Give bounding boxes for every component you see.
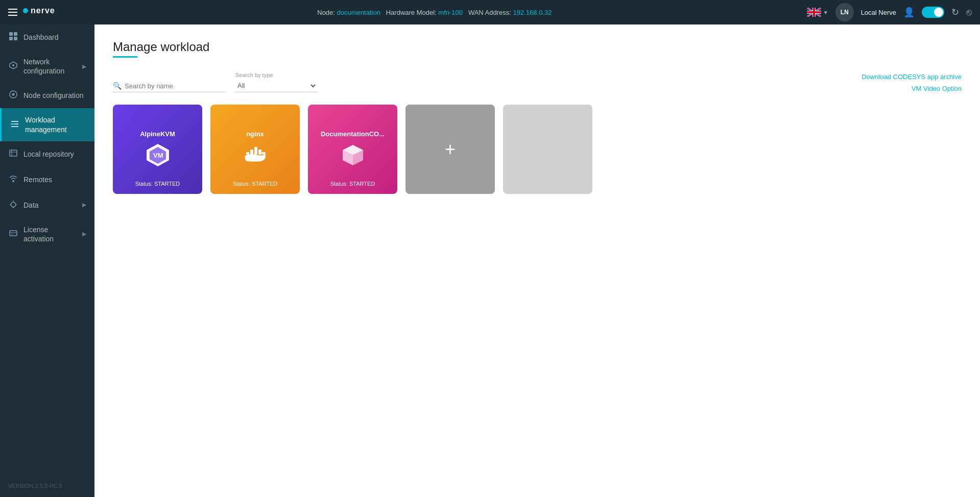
sidebar: Dashboard Network configuration ▶ Node c… [0, 24, 94, 497]
sidebar-item-network-configuration[interactable]: Network configuration ▶ [0, 50, 94, 83]
svg-rect-12 [14, 32, 17, 36]
user-icon[interactable]: 👤 [903, 7, 915, 18]
card-doc-name: DocumentationCO... [317, 130, 389, 138]
data-arrow: ▶ [82, 202, 86, 208]
workload-card-alpine-kvm[interactable]: AlpineKVM VM Status: STARTED [113, 105, 202, 194]
main-content: Manage workload 🔍 Search by type All VM … [94, 24, 980, 497]
docker-icon [242, 142, 269, 168]
svg-rect-37 [254, 147, 257, 150]
node-value[interactable]: documentation [337, 9, 380, 16]
version-label: VERSION 2.5.0-RC.5 [0, 475, 94, 497]
topnav-right: ▼ LN Local Nerve 👤 ↻ ⎋ [807, 3, 972, 21]
local-nerve-label: Local Nerve [861, 9, 896, 16]
svg-point-18 [12, 93, 15, 96]
node-info: Node: documentation Hardware Model: mfn-… [68, 9, 801, 16]
vm-video-link[interactable]: VM Video Option [912, 85, 962, 92]
dashboard-icon [8, 32, 18, 43]
sidebar-item-data[interactable]: Data ▶ [0, 192, 94, 218]
codesys-icon [340, 142, 366, 168]
svg-point-23 [13, 123, 15, 125]
svg-rect-35 [250, 150, 253, 152]
toolbar-right: Download CODESYS app archive VM Video Op… [862, 73, 962, 92]
title-underline [113, 56, 137, 58]
node-label: Node: [317, 9, 335, 16]
sidebar-item-license-activation[interactable]: License activation ▶ [0, 218, 94, 251]
svg-text:VM: VM [153, 152, 163, 159]
sidebar-item-local-repository[interactable]: Local repository [0, 141, 94, 167]
sidebar-item-node-configuration[interactable]: Node configuration [0, 83, 94, 108]
node-configuration-label: Node configuration [23, 91, 86, 100]
card-nginx-name: nginx [242, 130, 268, 138]
remotes-label: Remotes [23, 175, 86, 184]
svg-rect-34 [246, 152, 249, 155]
nerve-logo: nerve [21, 5, 62, 20]
hardware-label: Hardware Model: [386, 9, 437, 16]
svg-rect-24 [10, 150, 17, 156]
type-label: Search by type [235, 72, 317, 78]
mode-toggle[interactable] [922, 7, 944, 18]
svg-point-43 [261, 152, 264, 154]
page-title: Manage workload [113, 40, 962, 54]
svg-point-27 [12, 180, 14, 182]
toolbar: 🔍 Search by type All VM Docker CODESYS D… [113, 72, 962, 92]
workload-card-documentation[interactable]: DocumentationCO... Status: STARTED [308, 105, 397, 194]
hardware-value[interactable]: mfn-100 [438, 9, 463, 16]
language-selector[interactable]: ▼ [807, 8, 828, 17]
ln-avatar: LN [835, 3, 854, 21]
svg-rect-13 [9, 37, 13, 40]
workload-card-nginx[interactable]: nginx Status: STARTED [210, 105, 300, 194]
svg-rect-10 [807, 11, 821, 13]
kvm-icon: VM [145, 142, 171, 168]
network-configuration-label: Network configuration [23, 57, 77, 76]
brand-area: nerve [8, 5, 62, 20]
local-repository-label: Local repository [23, 150, 86, 159]
card-nginx-status: Status: STARTED [210, 181, 300, 187]
svg-rect-11 [9, 32, 13, 36]
toggle-switch-wrap[interactable] [922, 7, 944, 18]
card-alpine-status: Status: STARTED [113, 181, 202, 187]
logout-icon[interactable]: ⎋ [966, 7, 972, 18]
search-input[interactable] [125, 82, 225, 90]
svg-rect-28 [10, 231, 17, 236]
type-select-wrap: Search by type All VM Docker CODESYS [235, 72, 317, 92]
svg-text:nerve: nerve [31, 6, 55, 15]
data-icon [8, 200, 18, 211]
workload-icon [10, 119, 20, 131]
type-select[interactable]: All VM Docker CODESYS [235, 79, 317, 92]
svg-point-16 [12, 64, 14, 66]
workload-grid: AlpineKVM VM Status: STARTED nginx [113, 105, 962, 194]
svg-rect-38 [254, 150, 257, 152]
data-label: Data [23, 201, 77, 210]
dashboard-label: Dashboard [23, 33, 86, 42]
svg-rect-41 [258, 152, 261, 155]
workload-card-empty [503, 105, 592, 194]
hamburger-menu[interactable] [8, 9, 17, 16]
svg-point-22 [11, 123, 12, 125]
local-repo-icon [8, 148, 18, 160]
app-body: Dashboard Network configuration ▶ Node c… [0, 24, 980, 497]
license-activation-label: License activation [23, 225, 77, 243]
svg-rect-14 [14, 37, 17, 40]
sidebar-item-remotes[interactable]: Remotes [0, 167, 94, 192]
remotes-icon [8, 174, 18, 185]
license-arrow: ▶ [82, 231, 86, 237]
svg-point-0 [23, 8, 28, 13]
wan-label: WAN Address: [468, 9, 511, 16]
network-arrow: ▶ [82, 63, 86, 70]
refresh-icon[interactable]: ↻ [951, 7, 959, 18]
workload-card-add[interactable]: + [405, 105, 495, 194]
workload-management-label: Workload management [25, 115, 86, 134]
svg-rect-40 [258, 150, 261, 152]
top-navigation: nerve Node: documentation Hardware Model… [0, 0, 980, 24]
network-icon [8, 61, 18, 72]
card-doc-status: Status: STARTED [308, 181, 397, 187]
search-wrap: 🔍 [113, 80, 225, 92]
download-codesys-link[interactable]: Download CODESYS app archive [862, 73, 962, 81]
sidebar-item-dashboard[interactable]: Dashboard [0, 24, 94, 50]
license-icon [8, 229, 18, 240]
sidebar-item-workload-management[interactable]: Workload management [0, 108, 94, 141]
search-icon: 🔍 [113, 82, 122, 90]
wan-value[interactable]: 192.168.0.32 [513, 9, 552, 16]
svg-rect-39 [254, 152, 257, 155]
card-alpine-name: AlpineKVM [136, 130, 179, 138]
